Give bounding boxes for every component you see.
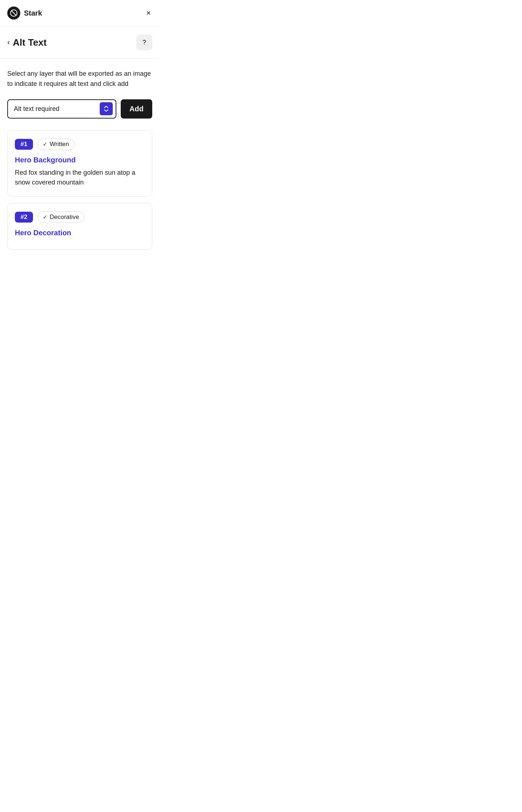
card-2-status-badge: ✓ Decorative	[37, 211, 84, 223]
card-2-number: #2	[15, 212, 33, 223]
card-1-status-badge: ✓ Written	[37, 138, 75, 150]
alt-text-card-1: #1 ✓ Written Hero Background Red fox sta…	[7, 130, 152, 196]
card-1-alt-text: Red fox standing in the golden sun atop …	[15, 168, 145, 187]
add-button[interactable]: Add	[121, 99, 152, 119]
back-section: ‹ Alt Text	[7, 37, 47, 48]
main-content: Select any layer that will be exported a…	[0, 59, 160, 266]
card-1-checkmark-icon: ✓	[43, 141, 47, 148]
page-title: Alt Text	[13, 37, 46, 48]
back-button[interactable]: ‹	[7, 38, 10, 47]
card-1-header: #1 ✓ Written	[15, 138, 145, 150]
sub-header: ‹ Alt Text ?	[0, 26, 160, 59]
card-2-status-label: Decorative	[50, 214, 79, 221]
help-button[interactable]: ?	[136, 34, 152, 50]
alt-text-card-2: #2 ✓ Decorative Hero Decoration	[7, 203, 152, 250]
description-text: Select any layer that will be exported a…	[7, 69, 152, 89]
select-dropdown-icon[interactable]	[100, 102, 113, 115]
card-1-layer-name[interactable]: Hero Background	[15, 156, 145, 164]
card-2-header: #2 ✓ Decorative	[15, 211, 145, 223]
alt-text-select-wrapper: Alt text required	[7, 99, 116, 119]
input-row: Alt text required Add	[7, 99, 152, 119]
card-2-checkmark-icon: ✓	[43, 214, 47, 220]
stark-logo-icon	[7, 7, 20, 20]
svg-line-1	[11, 11, 16, 16]
card-1-number: #1	[15, 139, 33, 150]
app-name: Stark	[24, 9, 42, 17]
app-logo-group: Stark	[7, 7, 42, 20]
close-button[interactable]: ×	[145, 8, 152, 18]
card-2-layer-name[interactable]: Hero Decoration	[15, 229, 145, 237]
app-header: Stark ×	[0, 0, 160, 26]
help-icon: ?	[142, 39, 146, 46]
card-1-status-label: Written	[50, 141, 69, 148]
alt-text-select-value: Alt text required	[8, 100, 100, 118]
